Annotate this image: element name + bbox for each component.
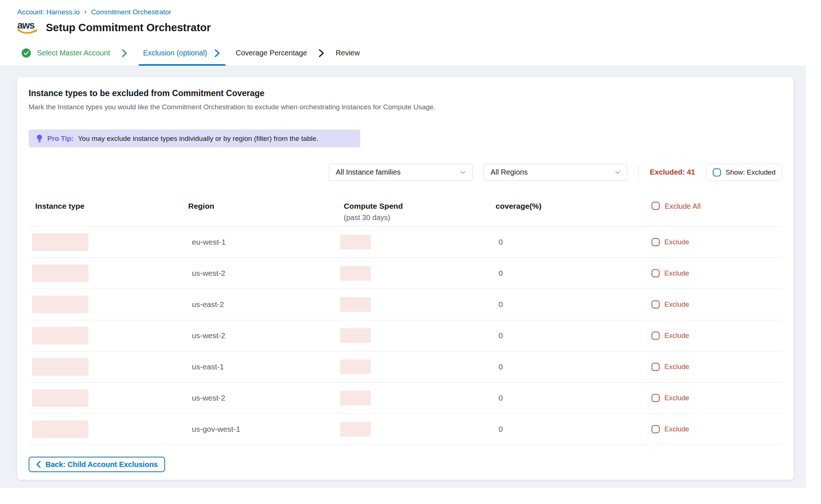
col-header-instance-type: Instance type [29,202,188,211]
aws-logo-icon: aws [17,20,38,35]
redacted-compute-spend [340,359,371,374]
coverage-value: 0 [496,300,503,308]
exclude-cell: Exclude [652,238,782,246]
breadcrumb-account-link[interactable]: Account: Harness.io [17,8,80,16]
instance-type-cell [29,296,188,313]
back-button-label: Back: Child Account Exclusions [45,460,158,469]
instance-families-dropdown[interactable]: All Instance families [329,164,472,181]
table-row: us-west-2 0 Exclude [29,258,782,289]
panel-subheading: Mark the Instance types you would like t… [29,103,782,111]
redacted-instance-type [32,264,88,282]
chevron-down-icon [614,170,621,175]
table-row: us-west-2 0 Exclude [29,320,782,351]
col-header-coverage: coverage(%) [496,202,652,211]
table-header-row: Instance type Region Compute Spend (past… [29,202,782,227]
step-chevron-icon [120,48,128,58]
redacted-instance-type [32,358,88,376]
compute-spend-cell [344,297,496,312]
coverage-value: 0 [496,362,503,371]
panel-heading: Instance types to be excluded from Commi… [29,77,782,98]
region-value: us-gov-west-1 [188,425,240,433]
exclude-checkbox[interactable] [652,394,660,402]
chevron-down-icon [460,170,466,175]
region-value: eu-west-1 [188,238,226,246]
redacted-instance-type [32,327,88,344]
instance-type-cell [29,264,188,282]
table-row: us-east-2 0 Exclude [29,289,782,320]
compute-spend-cell [344,235,496,249]
region-cell: us-east-2 [188,300,344,309]
main-content: Instance types to be excluded from Commi… [0,66,806,488]
instance-type-cell [29,358,188,376]
step-label: Review [336,49,360,57]
exclude-checkbox[interactable] [652,300,660,308]
redacted-compute-spend [340,235,371,249]
exclude-label: Exclude [664,300,689,308]
title-row: aws Setup Commitment Orchestrator [17,20,806,40]
step-chevron-icon [317,48,325,58]
excluded-count-badge: Excluded: 41 [650,168,695,176]
compute-spend-cell [344,266,496,281]
exclude-cell: Exclude [652,425,782,433]
region-value: us-west-2 [188,331,225,340]
col-header-compute-spend: Compute Spend (past 30 days) [344,202,496,222]
breadcrumb: Account: Harness.io › Commitment Orchest… [17,0,806,16]
back-button[interactable]: Back: Child Account Exclusions [29,457,165,472]
exclude-all-label: Exclude All [665,202,701,211]
redacted-instance-type [32,296,88,313]
step-select-master-account[interactable]: Select Master Account [21,40,110,66]
coverage-cell: 0 [496,300,652,309]
compute-spend-cell [344,359,496,374]
col-header-exclude-all: Exclude All [652,202,782,211]
exclude-label: Exclude [664,332,689,340]
pro-tip-banner: Pro Tip: You may exclude instance types … [29,129,360,147]
coverage-cell: 0 [496,238,652,246]
chevron-left-icon [36,461,41,468]
step-label: Exclusion (optional) [143,49,207,57]
step-complete-check-icon [21,48,31,58]
show-excluded-toggle[interactable]: Show: Excluded [706,164,782,181]
redacted-instance-type [32,389,88,407]
region-cell: us-west-2 [188,269,344,278]
col-header-region: Region [188,202,344,211]
region-cell: eu-west-1 [188,238,344,246]
show-excluded-label: Show: Excluded [726,168,776,176]
instance-type-cell [29,389,188,407]
exclude-label: Exclude [664,238,689,246]
exclude-checkbox[interactable] [652,332,660,340]
step-review[interactable]: Review [336,40,360,66]
exclude-label: Exclude [664,425,689,433]
compute-spend-cell [344,422,496,437]
exclude-checkbox[interactable] [652,238,660,246]
step-chevron-icon [213,48,221,58]
coverage-cell: 0 [496,331,652,340]
redacted-instance-type [32,233,88,251]
region-value: us-west-2 [188,269,225,277]
exclude-all-checkbox[interactable] [652,202,660,210]
step-exclusion[interactable]: Exclusion (optional) [139,40,226,66]
step-label: Select Master Account [37,49,110,57]
redacted-compute-spend [340,297,371,312]
table-row: us-west-2 0 Exclude [29,383,782,414]
coverage-value: 0 [496,331,503,340]
page-title: Setup Commitment Orchestrator [46,22,211,34]
region-value: us-east-2 [188,300,224,308]
exclude-cell: Exclude [652,332,782,340]
exclude-cell: Exclude [652,363,782,371]
exclude-checkbox[interactable] [652,269,660,277]
region-value: us-west-2 [188,394,225,402]
coverage-cell: 0 [496,394,652,402]
show-excluded-checkbox[interactable] [713,168,721,176]
coverage-value: 0 [496,394,503,402]
regions-dropdown[interactable]: All Regions [484,164,627,181]
breadcrumb-separator-icon: › [84,8,87,16]
exclude-checkbox[interactable] [652,363,660,371]
coverage-value: 0 [496,238,503,246]
breadcrumb-page-link[interactable]: Commitment Orchestrator [91,8,171,16]
exclude-checkbox[interactable] [652,425,660,433]
instance-type-cell [29,420,188,438]
page-header: Account: Harness.io › Commitment Orchest… [0,0,806,40]
step-coverage-percentage[interactable]: Coverage Percentage [236,40,307,66]
region-cell: us-west-2 [188,331,344,340]
table-row: us-gov-west-1 0 Exclude [29,414,782,445]
